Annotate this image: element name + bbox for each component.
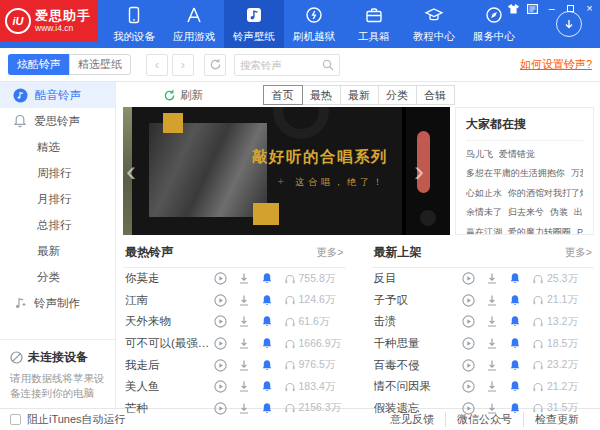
play-button[interactable] bbox=[214, 402, 227, 415]
sidebar-item-featured[interactable]: 精选 bbox=[0, 134, 115, 160]
logo-icon: iU bbox=[5, 8, 31, 34]
sidebar-item-ringtone-maker[interactable]: 铃声制作 bbox=[0, 290, 115, 316]
refresh-page-button[interactable]: 刷新 bbox=[163, 88, 203, 103]
more-link[interactable]: 更多> bbox=[565, 246, 592, 260]
set-ringtone-bell-button[interactable] bbox=[509, 380, 521, 393]
song-title: 子予叹 bbox=[374, 293, 463, 308]
play-button[interactable] bbox=[462, 315, 475, 328]
play-button[interactable] bbox=[214, 359, 227, 372]
set-ringtone-bell-button[interactable] bbox=[509, 272, 521, 285]
refresh-button[interactable] bbox=[204, 54, 226, 76]
download-button[interactable] bbox=[486, 359, 498, 372]
back-button[interactable]: ‹ bbox=[146, 54, 168, 76]
tab-home[interactable]: 首页 bbox=[264, 86, 302, 104]
wechat-account-link[interactable]: 微信公众号 bbox=[445, 412, 523, 427]
download-button[interactable] bbox=[486, 294, 498, 307]
banner-carousel[interactable]: 敲好听的合唱系列 +这合唱，绝了！ ‹ › bbox=[123, 107, 450, 235]
music-note-icon bbox=[244, 5, 264, 27]
download-button[interactable] bbox=[486, 315, 498, 328]
checkbox-label: 阻止iTunes自动运行 bbox=[27, 412, 126, 427]
download-button[interactable] bbox=[486, 337, 498, 350]
set-ringtone-bell-button[interactable] bbox=[509, 359, 521, 372]
song-title: 情不问因果 bbox=[374, 379, 463, 394]
download-button[interactable] bbox=[238, 294, 250, 307]
sidebar-item-categories[interactable]: 分类 bbox=[0, 264, 115, 290]
play-button[interactable] bbox=[462, 272, 475, 285]
set-ringtone-bell-button[interactable] bbox=[509, 337, 521, 350]
sidebar-item-monthly-rank[interactable]: 月排行 bbox=[0, 186, 115, 212]
menu-icon[interactable] bbox=[527, 3, 538, 14]
tab-featured-wallpapers[interactable]: 精选壁纸 bbox=[69, 54, 131, 75]
sidebar-item-weekly-rank[interactable]: 周排行 bbox=[0, 160, 115, 186]
sidebar-item-newest[interactable]: 最新 bbox=[0, 238, 115, 264]
checkbox-unchecked[interactable] bbox=[10, 414, 21, 425]
download-button[interactable] bbox=[238, 272, 250, 285]
set-ringtone-bell-button[interactable] bbox=[509, 315, 521, 328]
song-title: 江南 bbox=[125, 293, 214, 308]
set-ringtone-bell-button[interactable] bbox=[261, 380, 273, 393]
feedback-link[interactable]: 意见反馈 bbox=[379, 412, 445, 427]
nav-apps-games[interactable]: 应用游戏 bbox=[164, 0, 224, 48]
play-button[interactable] bbox=[462, 337, 475, 350]
play-button[interactable] bbox=[214, 380, 227, 393]
hot-search-row: 多想在平庸的生活拥抱你万爱千恩 bbox=[466, 167, 583, 180]
minimize-button[interactable]: – bbox=[546, 3, 557, 14]
song-row: 你莫走 755.8万 bbox=[123, 268, 346, 290]
play-count: 183.4万 bbox=[299, 380, 336, 394]
nav-my-devices[interactable]: 我的设备 bbox=[104, 0, 164, 48]
play-button[interactable] bbox=[462, 294, 475, 307]
set-ringtone-bell-button[interactable] bbox=[261, 315, 273, 328]
close-button[interactable]: × bbox=[584, 3, 595, 14]
how-to-set-ringtone-link[interactable]: 如何设置铃声? bbox=[520, 57, 592, 72]
set-ringtone-bell-button[interactable] bbox=[509, 294, 521, 307]
set-ringtone-bell-button[interactable] bbox=[261, 272, 273, 285]
download-button[interactable] bbox=[238, 380, 250, 393]
download-button[interactable] bbox=[486, 272, 498, 285]
block-itunes-checkbox[interactable]: 阻止iTunes自动运行 bbox=[10, 412, 126, 427]
play-button[interactable] bbox=[462, 380, 475, 393]
carousel-right-arrow[interactable]: › bbox=[414, 156, 424, 186]
play-button[interactable] bbox=[462, 359, 475, 372]
search-input[interactable] bbox=[240, 59, 322, 71]
search-icon[interactable] bbox=[322, 59, 334, 71]
set-ringtone-bell-button[interactable] bbox=[261, 402, 273, 415]
download-button[interactable] bbox=[238, 402, 250, 415]
play-button[interactable] bbox=[214, 272, 227, 285]
download-manager-button[interactable] bbox=[556, 11, 582, 37]
app-logo[interactable]: iU 爱思助手 www.i4.cn bbox=[0, 0, 98, 42]
headphones-icon bbox=[284, 316, 296, 328]
sidebar-label: 爱思铃声 bbox=[34, 114, 80, 129]
sidebar-item-kuyin-ringtones[interactable]: 酷音铃声 bbox=[0, 82, 115, 108]
forward-button[interactable]: › bbox=[172, 54, 194, 76]
newly-listed-list: 最新上架 更多> 反目 25.3万 子予叹 21.1万 bbox=[372, 242, 595, 408]
banner-photo bbox=[149, 123, 267, 217]
download-button[interactable] bbox=[238, 315, 250, 328]
nav-ringtones-wallpapers[interactable]: 铃声壁纸 bbox=[224, 0, 284, 48]
play-button[interactable] bbox=[214, 315, 227, 328]
check-update-link[interactable]: 检查更新 bbox=[523, 412, 590, 427]
sidebar-item-i4-ringtones[interactable]: 爱思铃声 bbox=[0, 108, 115, 134]
set-ringtone-bell-button[interactable] bbox=[261, 294, 273, 307]
sidebar-item-total-rank[interactable]: 总排行 bbox=[0, 212, 115, 238]
set-ringtone-bell-button[interactable] bbox=[261, 337, 273, 350]
download-button[interactable] bbox=[238, 359, 250, 372]
tab-cool-ringtones[interactable]: 炫酷铃声 bbox=[8, 54, 69, 75]
tab-categories[interactable]: 分类 bbox=[378, 86, 416, 104]
play-button[interactable] bbox=[214, 294, 227, 307]
play-button[interactable] bbox=[214, 337, 227, 350]
tab-hottest[interactable]: 最热 bbox=[302, 86, 340, 104]
download-button[interactable] bbox=[238, 337, 250, 350]
window-controls: – × bbox=[508, 3, 595, 14]
song-row: 芒种 2156.3万 bbox=[123, 398, 346, 420]
maximize-button[interactable] bbox=[565, 3, 576, 14]
set-ringtone-bell-button[interactable] bbox=[261, 359, 273, 372]
more-link[interactable]: 更多> bbox=[316, 246, 343, 260]
tab-newest[interactable]: 最新 bbox=[340, 86, 378, 104]
download-button[interactable] bbox=[486, 380, 498, 393]
carousel-left-arrow[interactable]: ‹ bbox=[126, 156, 136, 186]
nav-toolbox[interactable]: 工具箱 bbox=[344, 0, 404, 48]
nav-flash-jailbreak[interactable]: 刷机越狱 bbox=[284, 0, 344, 48]
tab-collections[interactable]: 合辑 bbox=[416, 86, 454, 104]
theme-icon[interactable] bbox=[508, 3, 519, 14]
nav-tutorial-center[interactable]: 教程中心 bbox=[404, 0, 464, 48]
